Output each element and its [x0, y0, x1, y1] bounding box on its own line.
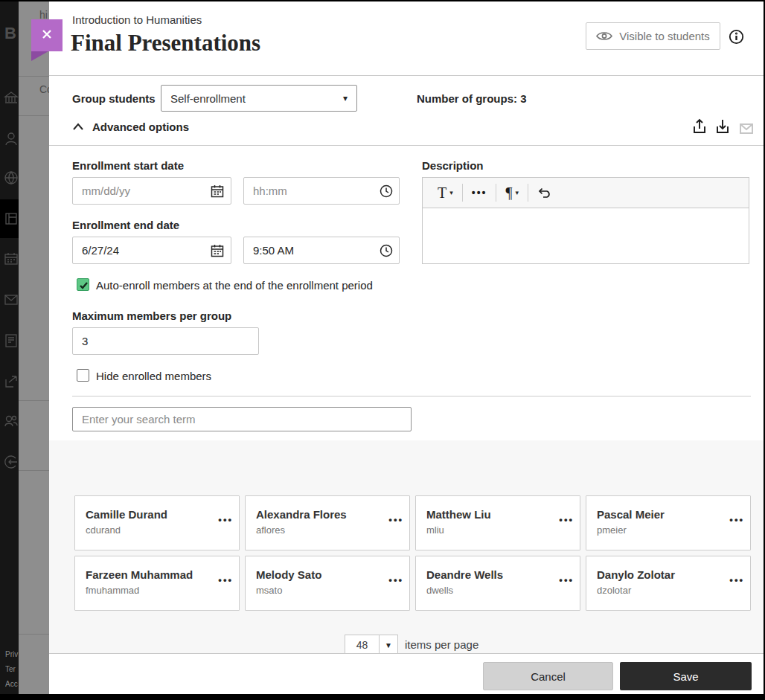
end-date-input[interactable] — [72, 237, 231, 264]
student-card: Farzeen Muhammad fmuhammad ••• — [74, 556, 240, 611]
enrollment-start-label: Enrollment start date — [72, 159, 184, 172]
student-username: msato — [256, 585, 282, 596]
student-name: Alexandra Flores — [256, 508, 347, 521]
student-username: mliu — [426, 524, 444, 536]
student-menu-icon[interactable]: ••• — [559, 574, 574, 585]
page-title: Final Presentations — [71, 30, 260, 57]
student-name: Melody Sato — [256, 568, 321, 581]
calendar-icon[interactable] — [3, 251, 19, 267]
student-card: Deandre Wells dwells ••• — [415, 556, 580, 611]
more-options-button[interactable]: ••• — [463, 183, 496, 202]
student-menu-icon[interactable]: ••• — [388, 514, 403, 525]
description-label: Description — [422, 159, 484, 172]
student-username: cdurand — [86, 524, 121, 536]
number-of-groups: Number of groups: 3 — [417, 92, 527, 105]
paragraph-button[interactable]: ¶▾ — [496, 183, 528, 202]
message-icon[interactable] — [737, 120, 755, 139]
overlay-divider — [19, 115, 49, 116]
chevron-down-icon: ▼ — [380, 641, 397, 649]
search-input[interactable] — [72, 407, 412, 431]
student-card: Danylo Zolotar dzolotar ••• — [586, 556, 751, 611]
max-members-label: Maximum members per group — [72, 309, 231, 322]
student-menu-icon[interactable]: ••• — [559, 514, 574, 525]
hide-members-checkbox[interactable] — [77, 369, 89, 382]
student-card: Pascal Meier pmeier ••• — [586, 495, 751, 550]
courses-icon[interactable] — [3, 211, 19, 227]
student-card: Camille Durand cdurand ••• — [74, 495, 240, 550]
brand-logo: B — [4, 24, 16, 43]
save-button[interactable]: Save — [620, 662, 752, 690]
eye-icon — [596, 30, 612, 42]
student-name: Pascal Meier — [597, 508, 665, 521]
group-students-select[interactable]: Self-enrollment ▾ — [161, 85, 357, 112]
privacy-link[interactable]: Priv — [5, 650, 20, 658]
globe-icon[interactable] — [3, 170, 19, 186]
student-username: pmeier — [597, 524, 627, 536]
overlay-divider — [19, 634, 49, 635]
editor-toolbar: T▾ ••• ¶▾ — [422, 177, 749, 208]
import-icon[interactable] — [714, 118, 732, 137]
search-divider — [72, 396, 751, 396]
description-textarea[interactable] — [422, 208, 749, 264]
max-members-input[interactable] — [72, 327, 259, 355]
text-style-button[interactable]: T▾ — [429, 183, 462, 202]
student-name: Farzeen Muhammad — [86, 568, 193, 581]
action-footer: Cancel Save — [49, 653, 764, 694]
overlay-divider — [19, 76, 49, 77]
student-username: dwells — [426, 585, 453, 596]
end-time-input[interactable] — [243, 237, 400, 264]
auto-enroll-checkbox[interactable] — [77, 278, 89, 291]
profile-icon[interactable] — [3, 131, 19, 147]
student-menu-icon[interactable]: ••• — [729, 574, 744, 585]
grades-icon[interactable] — [3, 333, 19, 349]
chevron-down-icon: ▾ — [343, 93, 348, 103]
close-panel-button[interactable] — [31, 19, 63, 51]
student-name: Camille Durand — [86, 508, 167, 521]
group-students-value: Self-enrollment — [170, 92, 246, 105]
items-per-page-label: items per page — [405, 638, 478, 651]
undo-icon[interactable] — [528, 183, 561, 202]
student-menu-icon[interactable]: ••• — [218, 514, 233, 525]
breadcrumb: Introduction to Humanities — [72, 13, 202, 26]
auto-enroll-label: Auto-enroll members at the end of the en… — [96, 279, 373, 292]
app-sidebar: B Priv Ter Acc — [0, 1, 19, 694]
student-name: Danylo Zolotar — [597, 568, 675, 581]
student-menu-icon[interactable]: ••• — [388, 574, 403, 585]
advanced-options-label: Advanced options — [92, 121, 189, 133]
messages-icon[interactable] — [3, 292, 19, 308]
start-time-input[interactable] — [243, 177, 400, 205]
overlay-divider — [19, 470, 49, 471]
start-date-input[interactable] — [72, 177, 231, 205]
student-username: fmuhammad — [86, 585, 139, 596]
institution-icon[interactable] — [3, 90, 19, 106]
sign-out-icon[interactable] — [3, 454, 19, 470]
cancel-button[interactable]: Cancel — [483, 662, 613, 690]
section-divider — [49, 145, 764, 146]
student-card: Matthew Liu mliu ••• — [415, 495, 580, 550]
visibility-dropdown[interactable]: Visible to students — [586, 22, 720, 50]
info-icon[interactable] — [729, 29, 744, 45]
student-menu-icon[interactable]: ••• — [218, 574, 233, 585]
checkmark-icon — [79, 280, 89, 290]
header-divider — [49, 75, 764, 76]
student-username: dzolotar — [597, 585, 631, 596]
tools-icon[interactable] — [3, 373, 19, 390]
accessibility-link[interactable]: Acc — [5, 680, 20, 688]
student-card: Melody Sato msato ••• — [245, 556, 410, 611]
items-per-page-select[interactable]: 48 ▼ — [345, 635, 398, 655]
groups-icon[interactable] — [3, 413, 19, 429]
group-students-label: Group students — [72, 92, 156, 105]
app-window: B Priv Ter Acc hi Co — [0, 0, 765, 700]
enrollment-end-label: Enrollment end date — [72, 219, 179, 231]
terms-link[interactable]: Ter — [5, 665, 20, 673]
hide-members-label: Hide enrolled members — [96, 370, 211, 382]
advanced-options-toggle[interactable]: Advanced options — [72, 121, 189, 133]
group-settings-panel: Introduction to Humanities Final Present… — [49, 1, 764, 694]
chevron-up-icon — [72, 123, 84, 131]
overlay-text-fragment: Co — [39, 83, 49, 95]
student-username: aflores — [256, 524, 285, 536]
student-menu-icon[interactable]: ••• — [729, 514, 744, 525]
export-icon[interactable] — [691, 118, 708, 137]
dimmed-page-overlay: hi Co — [19, 1, 49, 694]
student-name: Deandre Wells — [426, 568, 503, 581]
